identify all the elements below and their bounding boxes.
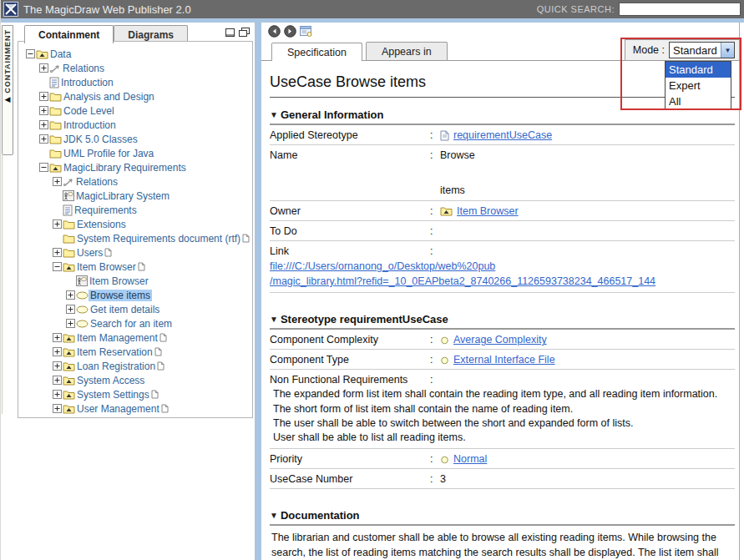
tree-item-relations[interactable]: Relations xyxy=(22,61,251,75)
package-icon xyxy=(49,163,62,173)
property-row: Link:file:///C:/Users/ornanong_o/Desktop… xyxy=(270,241,735,293)
property-link[interactable]: Item Browser xyxy=(457,205,519,217)
expand-icon[interactable] xyxy=(52,404,63,413)
section-header[interactable]: ▼Stereotype requirementUseCase xyxy=(270,313,735,330)
tree-item-magiclibrary-system[interactable]: MagicLibrary System xyxy=(22,189,251,203)
section-title: Documentation xyxy=(281,509,360,522)
tree-item-users[interactable]: Users xyxy=(22,245,251,260)
page-suffix-icon xyxy=(159,333,167,342)
tree-item-data[interactable]: Data xyxy=(22,47,251,61)
collapse-icon[interactable] xyxy=(25,49,36,58)
tree-item-system-settings[interactable]: System Settings xyxy=(22,387,251,401)
expand-icon[interactable] xyxy=(52,177,63,186)
expand-icon[interactable] xyxy=(52,361,63,371)
property-colon: : xyxy=(430,205,440,217)
expand-icon[interactable] xyxy=(38,134,49,144)
single-window-icon[interactable] xyxy=(225,28,235,37)
expand-icon[interactable] xyxy=(52,333,63,342)
value-line: items xyxy=(440,184,475,197)
property-row: Name:Browseitems xyxy=(270,145,735,201)
tree-item-label: Relations xyxy=(74,176,119,188)
tree-item-requirements[interactable]: Requirements xyxy=(22,203,251,217)
tab-specification[interactable]: Specification xyxy=(271,43,362,61)
mode-option-expert[interactable]: Expert xyxy=(666,78,731,93)
expand-icon[interactable] xyxy=(38,63,49,73)
tree-item-get-item-details[interactable]: Get item details xyxy=(22,302,251,316)
app-title: The MagicDraw Web Publisher 2.0 xyxy=(23,3,191,16)
property-link[interactable]: Average Complexity xyxy=(453,334,547,346)
tree-item-analysis-and-design[interactable]: Analysis and Design xyxy=(22,89,251,103)
page-suffix-icon xyxy=(104,248,112,257)
mode-select-value: Standard xyxy=(670,44,721,57)
back-icon[interactable] xyxy=(268,25,281,38)
mode-option-standard[interactable]: Standard xyxy=(666,62,731,78)
tree-item-user-management[interactable]: User Management xyxy=(22,401,251,416)
expand-icon[interactable] xyxy=(52,376,63,385)
containment-collapse-handle[interactable]: CONTAINMENT ◀ xyxy=(2,25,13,155)
property-link[interactable]: External Interface File xyxy=(453,354,555,366)
expand-icon[interactable] xyxy=(52,219,63,229)
forward-icon[interactable] xyxy=(284,25,296,38)
value-line: Browse xyxy=(440,149,475,162)
tree-item-system-requirements-document-rtf-[interactable]: System Requirements document (rtf) xyxy=(22,231,251,245)
panel-splitter[interactable] xyxy=(255,23,261,560)
tree-item-introduction[interactable]: Introduction xyxy=(22,75,251,89)
tree-item-code-level[interactable]: Code Level xyxy=(22,103,251,118)
tree-item-search-for-an-item[interactable]: Search for an item xyxy=(22,316,251,330)
tree-item-browse-items[interactable]: Browse items xyxy=(22,288,251,302)
file-link[interactable]: /magic_library.html?refid=_10_0EAPbeta2_… xyxy=(270,275,655,287)
cascade-windows-icon[interactable] xyxy=(239,28,250,37)
quick-search-input[interactable] xyxy=(619,3,741,16)
requirement-line: User shall be able to list all reading i… xyxy=(270,431,735,445)
property-colon: : xyxy=(430,225,440,237)
property-label: Link xyxy=(270,245,430,257)
tree-item-extensions[interactable]: Extensions xyxy=(22,217,251,231)
expand-icon[interactable] xyxy=(52,248,63,257)
tree-item-introduction[interactable]: Introduction xyxy=(22,118,251,132)
tree-item-item-browser[interactable]: Item Browser xyxy=(22,260,251,274)
expand-icon[interactable] xyxy=(38,106,49,115)
tree-item-magiclibrary-requirements[interactable]: MagicLibrary Requirements xyxy=(22,160,251,174)
tree-item-relations[interactable]: Relations xyxy=(22,174,251,189)
tree-item-label: Users xyxy=(75,247,104,259)
mode-select[interactable]: Standard ▼ xyxy=(669,42,735,58)
tree-item-label: MagicLibrary System xyxy=(74,190,171,202)
expand-icon[interactable] xyxy=(52,347,63,356)
property-link[interactable]: Normal xyxy=(453,453,487,465)
property-value: Average Complexity xyxy=(440,334,735,346)
specification-dialog-icon[interactable] xyxy=(300,26,313,38)
tree-item-item-browser[interactable]: Item Browser xyxy=(22,274,251,288)
mode-option-all[interactable]: All xyxy=(666,93,731,109)
tree-item-label: Introduction xyxy=(62,119,118,131)
circle-icon xyxy=(440,455,449,464)
tree-item-label: Browse items xyxy=(89,290,152,301)
collapse-icon[interactable] xyxy=(52,262,63,271)
expand-icon[interactable] xyxy=(38,120,49,129)
expand-icon[interactable] xyxy=(52,390,63,399)
tree-item-loan-registration[interactable]: Loan Registration xyxy=(22,359,251,373)
expand-icon[interactable] xyxy=(65,319,76,328)
tree-item-system-access[interactable]: System Access xyxy=(22,373,251,387)
tree-item-label: Code Level xyxy=(62,105,116,117)
property-link[interactable]: requirementUseCase xyxy=(453,129,552,141)
expand-icon[interactable] xyxy=(38,92,49,101)
left-edge-line xyxy=(2,155,3,414)
dropdown-arrow-icon[interactable]: ▼ xyxy=(721,43,734,58)
collapse-icon[interactable] xyxy=(38,163,49,172)
tree-item-item-management[interactable]: Item Management xyxy=(22,330,251,345)
expand-icon[interactable] xyxy=(65,290,76,300)
tab-containment[interactable]: Containment xyxy=(24,25,114,43)
section-header[interactable]: ▼Documentation xyxy=(270,509,735,526)
tab-appears-in[interactable]: Appears in xyxy=(366,42,448,60)
tree-item-uml-profile-for-java[interactable]: UML Profile for Java xyxy=(22,146,251,160)
file-link[interactable]: file:///C:/Users/ornanong_o/Desktop/web%… xyxy=(270,260,495,272)
tree-item-item-reservation[interactable]: Item Reservation xyxy=(22,345,251,359)
relations-icon xyxy=(63,177,74,187)
section-header[interactable]: ▼General Information xyxy=(270,108,735,125)
tree-item-label: System Settings xyxy=(75,389,151,401)
property-value: Normal xyxy=(440,453,735,465)
tree-item-jdk-5-0-classes[interactable]: JDK 5.0 Classes xyxy=(22,132,251,146)
expand-icon[interactable] xyxy=(65,305,76,314)
property-multiline-value: Browseitems xyxy=(440,149,475,197)
tree-item-label: UML Profile for Java xyxy=(62,148,155,159)
